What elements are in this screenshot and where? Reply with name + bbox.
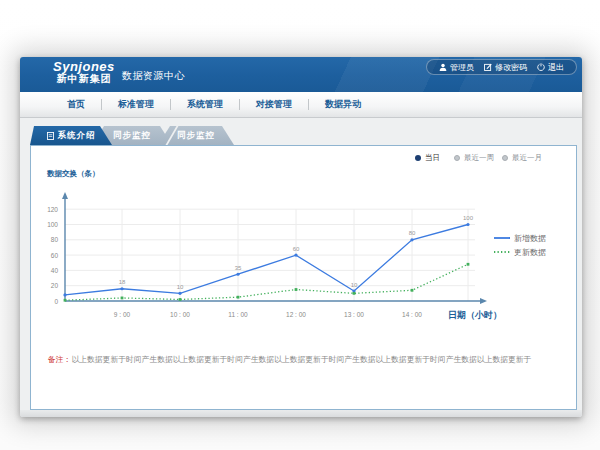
svg-text:100: 100 [47, 221, 58, 228]
svg-text:60: 60 [51, 252, 59, 259]
svg-text:新增数据: 新增数据 [514, 234, 546, 243]
svg-text:14 : 00: 14 : 00 [402, 311, 422, 318]
radio-unselected-icon [454, 155, 460, 161]
user-menu-change-password-label: 修改密码 [495, 62, 527, 73]
svg-text:35: 35 [235, 265, 242, 271]
brand-logo-cn: 新中新集团 [53, 73, 115, 84]
radio-last-week[interactable]: 最近一周 [454, 153, 494, 163]
document-icon [47, 132, 54, 140]
range-filter-group: 当日 最近一周 最近一月 [415, 153, 542, 163]
nav-item-standards[interactable]: 标准管理 [102, 98, 170, 111]
user-menu-logout-label: 退出 [548, 62, 564, 73]
page-title: 数据资源中心 [122, 69, 185, 83]
svg-text:10: 10 [351, 282, 358, 288]
brand-logo-en: Synjones [53, 60, 115, 73]
svg-text:日期（小时）: 日期（小时） [448, 310, 502, 320]
svg-text:80: 80 [409, 230, 416, 236]
svg-text:10: 10 [177, 284, 184, 290]
user-menu-admin[interactable]: 管理员 [434, 62, 479, 73]
tab-system-intro[interactable]: 系统介绍 [30, 126, 112, 145]
user-menu-logout[interactable]: 退出 [532, 62, 569, 73]
footnote: 备注：以上数据更新于时间产生数据以上数据更新于时间产生数据以上数据更新于时间产生… [48, 354, 531, 365]
svg-text:80: 80 [51, 236, 59, 243]
desktop-background: Synjones 新中新集团 数据资源中心 管理员 修改密码 退出 [0, 0, 600, 450]
nav-item-data-change[interactable]: 数据异动 [309, 98, 377, 111]
radio-today[interactable]: 当日 [415, 153, 440, 163]
user-menu: 管理员 修改密码 退出 [426, 59, 577, 75]
radio-last-month[interactable]: 最近一月 [502, 153, 542, 163]
svg-text:18: 18 [119, 279, 126, 285]
radio-selected-icon [415, 155, 421, 161]
svg-text:100: 100 [463, 215, 474, 221]
footnote-text: 以上数据更新于时间产生数据以上数据更新于时间产生数据以上数据更新于时间产生数据以… [71, 355, 531, 364]
user-menu-admin-label: 管理员 [450, 62, 474, 73]
app-header: Synjones 新中新集团 数据资源中心 管理员 修改密码 退出 [20, 57, 582, 92]
tab-label: 系统介绍 [58, 130, 96, 142]
svg-text:0: 0 [54, 298, 58, 305]
svg-text:40: 40 [51, 267, 59, 274]
main-nav: 首页 标准管理 系统管理 对接管理 数据异动 [20, 92, 582, 118]
svg-text:13 : 00: 13 : 00 [344, 311, 364, 318]
line-chart: 0204060801001209 : 0010 : 0011 : 0012 : … [30, 145, 577, 410]
svg-text:20: 20 [51, 282, 59, 289]
window-footer [20, 410, 582, 417]
svg-text:更新数据: 更新数据 [514, 248, 546, 257]
svg-text:10 : 00: 10 : 00 [170, 311, 190, 318]
brand-logo: Synjones 新中新集团 [53, 60, 115, 84]
user-icon [439, 63, 447, 71]
svg-text:120: 120 [47, 206, 58, 213]
power-icon [537, 63, 545, 71]
footnote-label: 备注： [48, 355, 71, 364]
tab-sync-monitor-2[interactable]: 同步监控 [158, 126, 234, 145]
svg-text:60: 60 [293, 246, 300, 252]
nav-item-system[interactable]: 系统管理 [171, 98, 239, 111]
radio-last-week-label: 最近一周 [464, 153, 494, 163]
chart-y-axis-title: 数据交换（条） [47, 169, 100, 179]
radio-today-label: 当日 [425, 153, 440, 163]
svg-text:9 : 00: 9 : 00 [114, 311, 131, 318]
radio-last-month-label: 最近一月 [512, 153, 542, 163]
user-menu-change-password[interactable]: 修改密码 [479, 62, 532, 73]
svg-text:11 : 00: 11 : 00 [228, 311, 248, 318]
app-window: Synjones 新中新集团 数据资源中心 管理员 修改密码 退出 [20, 57, 582, 417]
tab-label: 同步监控 [177, 130, 215, 142]
nav-item-home[interactable]: 首页 [51, 98, 101, 111]
nav-item-integration[interactable]: 对接管理 [240, 98, 308, 111]
svg-text:12 : 00: 12 : 00 [286, 311, 306, 318]
edit-icon [484, 63, 492, 71]
radio-unselected-icon [502, 155, 508, 161]
tab-label: 同步监控 [113, 130, 151, 142]
